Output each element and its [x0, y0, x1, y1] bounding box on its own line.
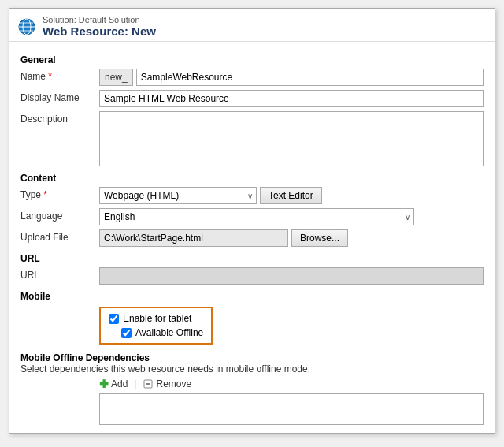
- mobile-section-label: Mobile: [20, 291, 484, 302]
- page-title: Web Resource: New: [43, 24, 156, 38]
- type-select-wrapper: Webpage (HTML) Script (JScript) Style Sh…: [99, 187, 257, 204]
- add-label: Add: [111, 378, 128, 389]
- url-display: [99, 267, 484, 285]
- language-select-wrapper: English French German: [99, 208, 414, 225]
- upload-control: Browse...: [99, 229, 484, 247]
- display-name-row: Display Name: [20, 90, 484, 107]
- url-control: [99, 267, 484, 285]
- mobile-checkbox-box: Enable for tablet Available Offline: [99, 307, 213, 345]
- separator: |: [134, 378, 136, 389]
- language-control: English French German: [99, 208, 484, 225]
- description-control: [99, 111, 484, 166]
- description-row: Description: [20, 111, 484, 166]
- language-row: Language English French German: [20, 208, 484, 225]
- upload-label: Upload File: [20, 229, 99, 243]
- upload-path-input[interactable]: [99, 229, 288, 247]
- display-name-input[interactable]: [99, 90, 484, 107]
- add-icon: ✚: [99, 378, 109, 390]
- enable-tablet-checkbox[interactable]: [109, 314, 119, 324]
- general-section-label: General: [20, 54, 484, 65]
- name-control-area: new_: [99, 69, 484, 86]
- name-prefix: new_: [99, 69, 133, 86]
- remove-button[interactable]: Remove: [143, 378, 191, 389]
- add-button[interactable]: ✚ Add: [99, 378, 128, 390]
- mobile-deps-label: Mobile Offline Dependencies: [20, 352, 484, 363]
- remove-icon: [143, 378, 154, 389]
- type-select[interactable]: Webpage (HTML) Script (JScript) Style Sh…: [99, 187, 257, 204]
- mobile-deps-desc: Select dependencies this web resource ne…: [20, 363, 484, 374]
- enable-tablet-label: Enable for tablet: [123, 313, 191, 324]
- solution-label: Solution: Default Solution: [43, 15, 156, 24]
- main-window: Solution: Default Solution Web Resource:…: [9, 8, 495, 434]
- globe-icon: [17, 17, 36, 36]
- display-name-control: [99, 90, 484, 107]
- content-section-label: Content: [20, 173, 484, 184]
- type-required: *: [43, 189, 47, 200]
- type-control: Webpage (HTML) Script (JScript) Style Sh…: [99, 187, 484, 204]
- type-row: Type * Webpage (HTML) Script (JScript) S…: [20, 187, 484, 204]
- name-label: Name *: [20, 69, 99, 82]
- display-name-label: Display Name: [20, 90, 99, 103]
- available-offline-row: Available Offline: [121, 327, 203, 338]
- description-textarea[interactable]: [99, 111, 484, 166]
- upload-row: Upload File Browse...: [20, 229, 484, 247]
- language-label: Language: [20, 208, 99, 222]
- language-select[interactable]: English French German: [99, 208, 414, 225]
- text-editor-button[interactable]: Text Editor: [260, 187, 322, 204]
- name-required: *: [48, 71, 52, 82]
- deps-toolbar: ✚ Add | Remove: [99, 378, 484, 390]
- url-row: URL: [20, 267, 484, 285]
- available-offline-label: Available Offline: [135, 327, 203, 338]
- remove-label: Remove: [156, 378, 191, 389]
- window-header: Solution: Default Solution Web Resource:…: [9, 9, 495, 42]
- form-body: General Name * new_ Display Name Descrip…: [9, 42, 495, 433]
- url-section-label: URL: [20, 253, 484, 264]
- type-label: Type *: [20, 187, 99, 200]
- name-input[interactable]: [136, 69, 484, 86]
- browse-button[interactable]: Browse...: [291, 229, 348, 247]
- description-label: Description: [20, 111, 99, 125]
- name-row: Name * new_: [20, 69, 484, 86]
- deps-list: [99, 393, 484, 425]
- enable-tablet-row: Enable for tablet: [109, 313, 203, 324]
- available-offline-checkbox[interactable]: [121, 328, 132, 338]
- header-text: Solution: Default Solution Web Resource:…: [43, 15, 156, 38]
- url-label: URL: [20, 267, 99, 281]
- mobile-deps-section: Mobile Offline Dependencies Select depen…: [20, 352, 484, 425]
